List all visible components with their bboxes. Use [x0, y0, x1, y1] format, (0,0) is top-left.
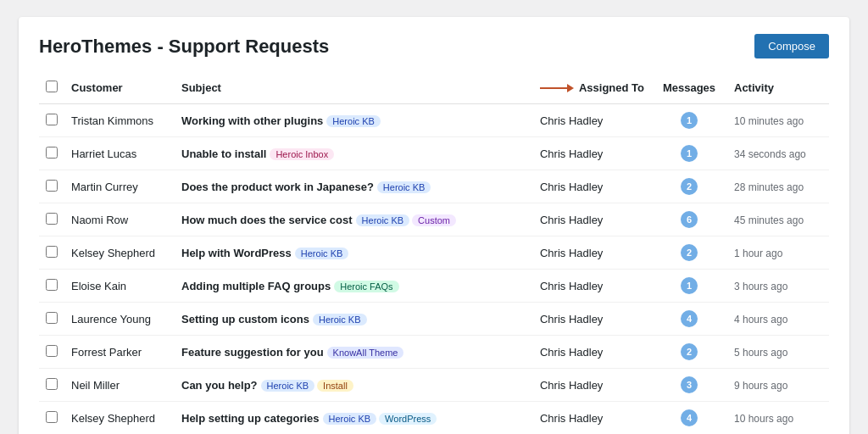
assigned-cell: Chris Hadley: [533, 170, 651, 203]
table-header-row: Customer Subject Assigned To Messages Ac…: [39, 72, 829, 104]
table-row: Kelsey ShepherdHelp with WordPressHeroic…: [39, 236, 829, 270]
page-header: HeroThemes - Support Requests Compose: [39, 34, 829, 58]
row-checkbox[interactable]: [46, 147, 58, 159]
subject-cell: Setting up custom iconsHeroic KB: [175, 303, 533, 336]
subject-text: Can you help?: [181, 379, 258, 392]
table-row: Laurence YoungSetting up custom iconsHer…: [39, 303, 829, 336]
activity-cell: 28 minutes ago: [727, 170, 829, 203]
assigned-cell: Chris Hadley: [533, 336, 651, 369]
compose-button[interactable]: Compose: [754, 34, 829, 58]
row-checkbox-cell: [39, 270, 64, 303]
subject-text: Feature suggestion for you: [181, 346, 324, 359]
subject-text: Setting up custom icons: [181, 313, 309, 326]
tag-heroic-kb: Heroic KB: [356, 214, 410, 226]
row-checkbox-cell: [39, 104, 64, 137]
customer-cell: Eloise Kain: [64, 270, 175, 303]
customer-cell: Harriet Lucas: [64, 137, 175, 170]
row-checkbox[interactable]: [46, 114, 58, 125]
assigned-cell: Chris Hadley: [533, 303, 651, 336]
customer-name: Naomi Row: [71, 214, 128, 226]
subject-cell: Feature suggestion for youKnowAll Theme: [175, 336, 533, 369]
assigned-cell: Chris Hadley: [533, 270, 651, 303]
assigned-name: Chris Hadley: [540, 313, 603, 326]
subject-cell: Adding multiple FAQ groupsHeroic FAQs: [175, 270, 533, 303]
subject-cell: Can you help?Heroic KBInstall: [175, 369, 533, 402]
assigned-name: Chris Hadley: [540, 181, 603, 193]
row-checkbox[interactable]: [46, 345, 58, 357]
assigned-cell: Chris Hadley: [533, 203, 651, 236]
activity-cell: 4 hours ago: [727, 303, 829, 336]
message-count-badge: 2: [681, 343, 698, 360]
customer-cell: Tristan Kimmons: [64, 104, 175, 137]
activity-cell: 10 hours ago: [727, 402, 829, 435]
activity-cell: 45 minutes ago: [727, 203, 829, 236]
subject-text: Working with other plugins: [181, 114, 323, 127]
customer-name: Forrest Parker: [71, 346, 142, 359]
arrow-icon: [540, 82, 574, 94]
activity-cell: 3 hours ago: [727, 270, 829, 303]
assigned-name: Chris Hadley: [540, 147, 603, 160]
customer-name: Laurence Young: [71, 313, 151, 326]
row-checkbox[interactable]: [46, 279, 58, 291]
subject-cell: Help setting up categoriesHeroic KBWordP…: [175, 402, 533, 435]
activity-text: 10 hours ago: [734, 413, 793, 425]
table-row: Neil MillerCan you help?Heroic KBInstall…: [39, 369, 829, 402]
table-row: Eloise KainAdding multiple FAQ groupsHer…: [39, 270, 829, 303]
activity-cell: 34 seconds ago: [727, 137, 829, 170]
row-checkbox[interactable]: [46, 312, 58, 324]
customer-cell: Naomi Row: [64, 203, 175, 236]
assigned-header: Assigned To: [533, 72, 651, 104]
activity-cell: 9 hours ago: [727, 369, 829, 402]
select-all-cell: [39, 72, 64, 104]
subject-header: Subject: [175, 72, 533, 104]
row-checkbox-cell: [39, 170, 64, 203]
customer-name: Kelsey Shepherd: [71, 247, 155, 259]
tag-install: Install: [317, 380, 353, 392]
activity-text: 34 seconds ago: [734, 148, 806, 160]
subject-text: Help with WordPress: [181, 247, 292, 259]
row-checkbox[interactable]: [46, 411, 58, 423]
tag-heroic-kb: Heroic KB: [377, 181, 431, 193]
messages-header: Messages: [651, 72, 727, 104]
row-checkbox[interactable]: [46, 378, 58, 390]
messages-cell: 1: [651, 137, 727, 170]
customer-cell: Neil Miller: [64, 369, 175, 402]
row-checkbox-cell: [39, 137, 64, 170]
messages-cell: 2: [651, 170, 727, 203]
assigned-name: Chris Hadley: [540, 247, 603, 259]
activity-text: 28 minutes ago: [734, 181, 804, 193]
activity-cell: 10 minutes ago: [727, 104, 829, 137]
assigned-cell: Chris Hadley: [533, 104, 651, 137]
subject-cell: Help with WordPressHeroic KB: [175, 236, 533, 270]
subject-cell: Unable to installHeroic Inbox: [175, 137, 533, 170]
assigned-cell: Chris Hadley: [533, 137, 651, 170]
customer-header: Customer: [64, 72, 175, 104]
assigned-name: Chris Hadley: [540, 214, 603, 226]
messages-cell: 1: [651, 104, 727, 137]
customer-cell: Forrest Parker: [64, 336, 175, 369]
activity-text: 4 hours ago: [734, 314, 787, 326]
message-count-badge: 3: [681, 376, 698, 393]
row-checkbox[interactable]: [46, 180, 58, 192]
subject-cell: How much does the service costHeroic KBC…: [175, 203, 533, 236]
subject-text: Help setting up categories: [181, 412, 320, 425]
customer-name: Eloise Kain: [71, 280, 126, 292]
assigned-name: Chris Hadley: [540, 412, 603, 425]
tag-wordpress: WordPress: [379, 413, 437, 425]
row-checkbox-cell: [39, 236, 64, 270]
tag-heroic-inbox: Heroic Inbox: [270, 148, 334, 160]
customer-name: Neil Miller: [71, 379, 120, 392]
subject-text: Unable to install: [181, 147, 266, 160]
message-count-badge: 1: [681, 145, 698, 162]
message-count-badge: 1: [681, 277, 698, 294]
assigned-cell: Chris Hadley: [533, 402, 651, 435]
row-checkbox[interactable]: [46, 213, 58, 225]
select-all-checkbox[interactable]: [46, 81, 58, 92]
row-checkbox-cell: [39, 402, 64, 435]
row-checkbox[interactable]: [46, 246, 58, 258]
subject-cell: Working with other pluginsHeroic KB: [175, 104, 533, 137]
messages-cell: 3: [651, 369, 727, 402]
row-checkbox-cell: [39, 203, 64, 236]
support-requests-panel: HeroThemes - Support Requests Compose Cu…: [19, 17, 849, 434]
row-checkbox-cell: [39, 303, 64, 336]
